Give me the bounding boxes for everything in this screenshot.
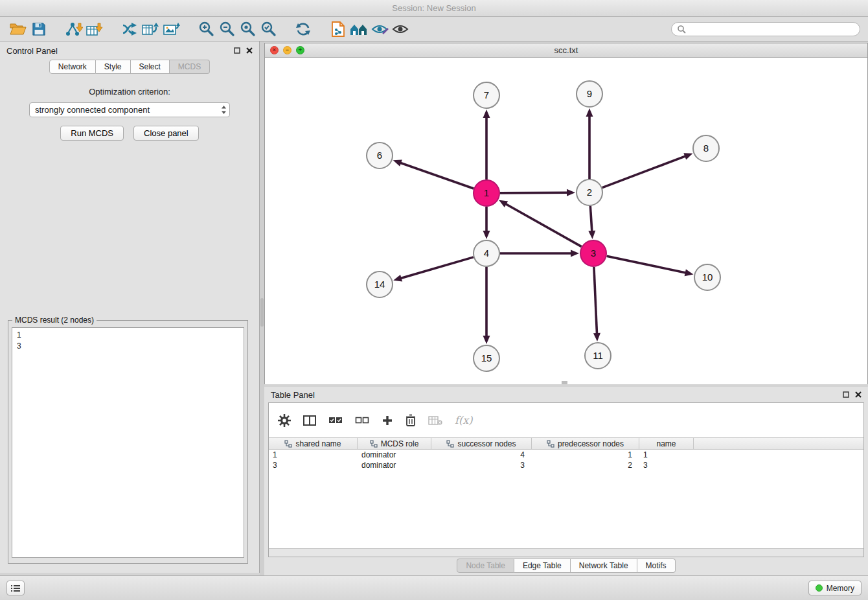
cell-predecessor-nodes[interactable]: 2 <box>532 460 639 470</box>
column-header-successor-nodes[interactable]: successor nodes <box>431 438 532 449</box>
splitter-handle[interactable] <box>260 298 264 327</box>
table-panel-title: Table Panel <box>271 390 315 400</box>
tab-edge-table[interactable]: Edge Table <box>514 559 571 573</box>
cell-name[interactable]: 1 <box>639 450 694 460</box>
network-table-icon <box>141 21 159 37</box>
column-header-shared-name[interactable]: shared name <box>269 438 358 449</box>
eye-brush-icon <box>371 23 389 36</box>
table-settings-gear-icon[interactable] <box>278 414 291 427</box>
task-history-button[interactable] <box>6 581 25 595</box>
export-image-button[interactable] <box>161 19 181 40</box>
mcds-result-list[interactable]: 1 3 <box>12 327 244 558</box>
run-mcds-button[interactable]: Run MCDS <box>60 126 124 141</box>
tab-style[interactable]: Style <box>96 60 131 74</box>
panel-splitter[interactable] <box>260 41 264 575</box>
edge-1-2[interactable] <box>500 192 568 193</box>
edge-3-1[interactable] <box>505 203 582 246</box>
edge-arrowhead <box>567 189 575 196</box>
delete-table-icon[interactable] <box>428 415 442 426</box>
zoom-out-button[interactable] <box>216 19 237 40</box>
close-panel-button[interactable]: Close panel <box>133 126 199 141</box>
cell-shared-name[interactable]: 3 <box>269 460 358 470</box>
import-table-button[interactable] <box>84 19 105 40</box>
memory-status-icon <box>816 584 823 592</box>
cell-successor-nodes[interactable]: 4 <box>431 450 532 460</box>
criterion-dropdown[interactable]: strongly connected component <box>29 102 230 117</box>
network-from-table-button[interactable] <box>140 19 161 40</box>
graph-node-label: 2 <box>587 187 592 198</box>
zoom-in-button[interactable] <box>196 19 216 40</box>
tab-select[interactable]: Select <box>131 60 170 74</box>
zoom-in-icon <box>198 21 214 37</box>
column-header-name[interactable]: name <box>639 438 694 449</box>
tab-network-table[interactable]: Network Table <box>571 559 637 573</box>
window-zoom-button[interactable]: + <box>296 46 304 54</box>
table-horizontal-scrollbar[interactable] <box>269 548 863 557</box>
document-network-icon <box>330 21 346 38</box>
graph-node-label: 10 <box>702 271 713 283</box>
tab-motifs[interactable]: Motifs <box>637 559 676 573</box>
graphics-details-button[interactable] <box>369 19 390 40</box>
edge-arrowhead <box>593 333 600 341</box>
save-session-button[interactable] <box>29 19 49 40</box>
cell-mcds-role[interactable]: dominator <box>358 460 431 470</box>
float-table-panel-icon[interactable] <box>843 391 849 398</box>
deselect-all-columns-icon[interactable] <box>355 415 369 426</box>
show-hide-button[interactable] <box>390 19 411 40</box>
edge-arrowhead <box>685 269 694 276</box>
cell-predecessor-nodes[interactable]: 1 <box>532 450 639 460</box>
network-canvas[interactable]: 7968124314101511 <box>265 58 867 384</box>
graph-node-label: 3 <box>591 248 596 259</box>
close-table-panel-icon[interactable] <box>855 391 862 398</box>
tab-node-table[interactable]: Node Table <box>457 559 514 573</box>
home-view-button[interactable] <box>348 19 369 40</box>
close-panel-icon[interactable] <box>246 47 253 54</box>
cell-name[interactable]: 3 <box>639 460 694 470</box>
search-field[interactable] <box>671 22 860 36</box>
float-panel-icon[interactable] <box>234 47 240 54</box>
column-selector-icon[interactable] <box>303 415 316 426</box>
zoom-fit-icon <box>240 21 256 37</box>
open-session-button[interactable] <box>8 19 29 40</box>
edge-2-8[interactable] <box>602 156 686 188</box>
edge-4-14[interactable] <box>400 257 474 279</box>
import-network-button[interactable] <box>63 19 84 40</box>
delete-column-trash-icon[interactable] <box>405 414 416 426</box>
edge-arrowhead <box>683 153 692 159</box>
search-input[interactable] <box>689 25 854 34</box>
cell-mcds-role[interactable]: dominator <box>358 450 431 460</box>
control-panel-title: Control Panel <box>6 46 58 56</box>
window-minimize-button[interactable]: − <box>283 46 291 54</box>
network-window-title: scc.txt <box>265 45 867 55</box>
select-all-columns-icon[interactable] <box>328 415 343 426</box>
refresh-layout-button[interactable] <box>293 19 314 40</box>
new-network-button[interactable] <box>119 19 140 40</box>
zoom-selected-button[interactable] <box>258 19 279 40</box>
table-row[interactable]: 1 dominator 4 1 1 <box>269 450 863 460</box>
edge-2-3[interactable] <box>590 206 592 232</box>
tab-network[interactable]: Network <box>49 60 96 74</box>
mcds-result-item: 3 <box>17 341 239 352</box>
tab-mcds[interactable]: MCDS <box>170 60 210 74</box>
edge-3-11[interactable] <box>594 267 597 334</box>
control-panel-tabs: Network Style Select MCDS <box>0 60 259 74</box>
window-close-button[interactable]: × <box>270 46 279 54</box>
cell-shared-name[interactable]: 1 <box>269 450 358 460</box>
status-bar: Memory <box>0 575 868 600</box>
canvas-scroll-handle[interactable] <box>562 381 567 384</box>
cell-successor-nodes[interactable]: 3 <box>431 460 532 470</box>
save-floppy-icon <box>32 22 46 36</box>
column-header-mcds-role[interactable]: MCDS role <box>358 438 431 449</box>
edge-3-10[interactable] <box>607 256 687 273</box>
function-builder-icon[interactable]: f(x) <box>455 414 472 426</box>
edge-arrowhead <box>483 231 490 239</box>
table-row[interactable]: 3 dominator 3 2 3 <box>269 460 863 470</box>
network-canvas-container: 7968124314101511 <box>265 58 867 384</box>
column-label: successor nodes <box>457 439 516 448</box>
column-header-predecessor-nodes[interactable]: predecessor nodes <box>532 438 639 449</box>
memory-button[interactable]: Memory <box>808 581 862 595</box>
add-column-icon[interactable] <box>382 415 393 426</box>
edge-1-6[interactable] <box>400 163 474 189</box>
copy-network-button[interactable] <box>328 19 348 40</box>
zoom-fit-button[interactable] <box>237 19 258 40</box>
